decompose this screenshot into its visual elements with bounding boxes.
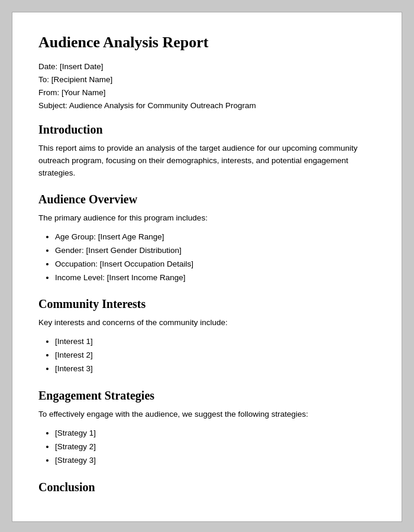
engagement-strategies-list: [Strategy 1] [Strategy 2] [Strategy 3] [55,427,376,468]
engagement-strategies-heading: Engagement Strategies [38,389,376,403]
list-item: Age Group: [Insert Age Range] [55,231,376,244]
list-item: [Interest 2] [55,349,376,362]
list-item: [Interest 3] [55,362,376,376]
community-interests-heading: Community Interests [38,297,376,311]
engagement-strategies-intro: To effectively engage with the audience,… [38,408,376,421]
list-item: [Interest 1] [55,335,376,349]
list-item: [Strategy 1] [55,427,376,440]
meta-from: From: [Your Name] [38,88,376,97]
introduction-body: This report aims to provide an analysis … [38,142,376,180]
list-item: Occupation: [Insert Occupation Details] [55,258,376,271]
community-interests-list: [Interest 1] [Interest 2] [Interest 3] [55,335,376,376]
list-item: Income Level: [Insert Income Range] [55,271,376,285]
community-interests-intro: Key interests and concerns of the commun… [38,317,376,329]
list-item: Gender: [Insert Gender Distribution] [55,244,376,258]
introduction-heading: Introduction [38,123,376,137]
conclusion-heading: Conclusion [38,481,376,494]
meta-to: To: [Recipient Name] [38,75,376,84]
audience-overview-list: Age Group: [Insert Age Range] Gender: [I… [55,231,376,285]
audience-overview-intro: The primary audience for this program in… [38,212,376,225]
document-title: Audience Analysis Report [38,34,376,51]
list-item: [Strategy 2] [55,440,376,454]
meta-date: Date: [Insert Date] [38,62,376,71]
list-item: [Strategy 3] [55,454,376,468]
meta-subject: Subject: Audience Analysis for Community… [38,101,376,110]
audience-overview-heading: Audience Overview [38,193,376,206]
document: Audience Analysis Report Date: [Insert D… [12,12,402,522]
